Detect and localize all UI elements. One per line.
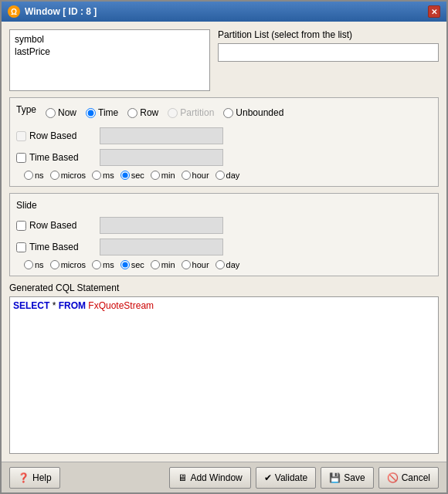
type-row-based-checkbox[interactable] [16,131,26,141]
fields-list: symbol lastPrice [9,29,210,91]
type-now-option[interactable]: Now [46,107,76,118]
type-unit-ns-label: ns [35,171,44,180]
type-now-radio[interactable] [46,108,56,118]
type-unit-micros[interactable]: micros [50,171,86,180]
slide-unit-min-label: min [161,260,175,269]
type-unit-min-label: min [161,171,175,180]
type-label: Type [16,104,36,115]
add-window-button[interactable]: 🖥 Add Window [169,467,250,489]
slide-unit-sec-label: sec [131,260,144,269]
cancel-button[interactable]: 🚫 Cancel [378,467,439,489]
type-unbounded-option[interactable]: Unbounded [223,107,283,118]
type-partition-option[interactable]: Partition [168,107,214,118]
slide-unit-sec-radio[interactable] [120,260,130,269]
window-title: Window [ ID : 8 ] [25,6,97,17]
type-unit-ms[interactable]: ms [92,171,114,180]
slide-unit-row: ns micros ms sec min [16,260,432,269]
type-unit-day[interactable]: day [216,171,240,180]
slide-unit-micros-label: micros [61,260,86,269]
close-button[interactable]: ✕ [428,5,440,18]
slide-row-based-input [100,217,223,234]
slide-unit-hour[interactable]: hour [182,260,209,269]
slide-unit-ms[interactable]: ms [92,260,114,269]
type-row-label: Row [140,107,158,118]
slide-unit-ns[interactable]: ns [24,260,44,269]
slide-unit-min-radio[interactable] [151,260,160,269]
window-icon: Ω [8,5,20,18]
cql-output: SELECT * FROM FxQuoteStream [9,296,439,454]
partition-label: Partition List (select from the list) [218,29,439,40]
type-unit-micros-label: micros [61,171,86,180]
type-time-based-input [100,149,223,166]
save-button[interactable]: 💾 Save [321,467,373,489]
type-row-radio[interactable] [127,108,137,118]
slide-unit-min[interactable]: min [151,260,175,269]
type-row-option[interactable]: Row [127,107,158,118]
type-unit-min-radio[interactable] [151,171,160,180]
title-bar-left: Ω Window [ ID : 8 ] [8,5,97,18]
type-unit-hour-label: hour [192,171,209,180]
add-window-icon: 🖥 [178,472,187,483]
slide-unit-micros-radio[interactable] [50,260,59,269]
slide-unit-ms-radio[interactable] [92,260,101,269]
type-time-label: Time [98,107,118,118]
slide-unit-ms-label: ms [103,260,114,269]
type-time-based-label: Time Based [29,152,79,163]
cancel-icon: 🚫 [387,472,399,483]
type-row-based-row: Row Based [16,127,432,144]
slide-unit-day-radio[interactable] [216,260,225,269]
type-time-radio[interactable] [86,108,96,118]
type-partition-radio[interactable] [168,108,178,118]
type-time-based-checkbox-label[interactable]: Time Based [16,152,93,163]
validate-button[interactable]: ✔ Validate [256,467,316,489]
slide-row-based-checkbox-label[interactable]: Row Based [16,220,93,231]
slide-unit-sec[interactable]: sec [120,260,144,269]
type-time-option[interactable]: Time [86,107,118,118]
slide-row-based-checkbox[interactable] [16,221,26,231]
help-button[interactable]: ❓ Help [9,467,60,489]
save-label: Save [344,472,365,483]
type-unit-hour[interactable]: hour [182,171,209,180]
slide-unit-ns-label: ns [35,260,44,269]
type-unit-hour-radio[interactable] [182,171,191,180]
slide-time-based-checkbox[interactable] [16,242,26,252]
type-unit-sec[interactable]: sec [120,171,144,180]
partition-input[interactable] [218,43,439,62]
type-unit-ns-radio[interactable] [24,171,33,180]
type-unit-sec-label: sec [131,171,144,180]
type-row-based-label: Row Based [29,130,76,141]
type-unbounded-radio[interactable] [223,108,233,118]
type-partition-label: Partition [180,107,214,118]
type-now-label: Now [58,107,76,118]
slide-unit-ns-radio[interactable] [24,260,33,269]
type-time-based-row: Time Based [16,149,432,166]
type-unit-min[interactable]: min [151,171,175,180]
type-unit-ms-radio[interactable] [92,171,101,180]
type-group: Type Now Time Row Partition [9,97,439,187]
slide-unit-hour-radio[interactable] [182,260,191,269]
save-icon: 💾 [329,472,341,483]
cancel-label: Cancel [402,472,430,483]
type-radio-row: Type Now Time Row Partition [16,104,432,121]
type-unit-day-radio[interactable] [216,171,225,180]
cql-star: * [49,300,58,311]
help-icon: ❓ [18,472,29,483]
type-row-based-input [100,127,223,144]
type-unit-micros-radio[interactable] [50,171,59,180]
slide-unit-day[interactable]: day [216,260,240,269]
field-last-price: lastPrice [13,46,206,58]
type-unit-ns[interactable]: ns [24,171,44,180]
type-unit-day-label: day [226,171,240,180]
type-unit-row: ns micros ms sec min [16,171,432,180]
validate-icon: ✔ [264,472,272,483]
footer: ❓ Help 🖥 Add Window ✔ Validate 💾 Save 🚫 … [2,462,446,492]
type-unit-sec-radio[interactable] [120,171,130,180]
type-time-based-checkbox[interactable] [16,153,26,163]
slide-unit-micros[interactable]: micros [50,260,86,269]
cql-table-name: FxQuoteStream [86,300,154,311]
cql-label: Generated CQL Statement [9,283,439,293]
type-unit-ms-label: ms [103,171,114,180]
type-row-based-checkbox-label[interactable]: Row Based [16,130,93,141]
title-bar: Ω Window [ ID : 8 ] ✕ [2,2,446,22]
slide-time-based-checkbox-label[interactable]: Time Based [16,242,93,252]
